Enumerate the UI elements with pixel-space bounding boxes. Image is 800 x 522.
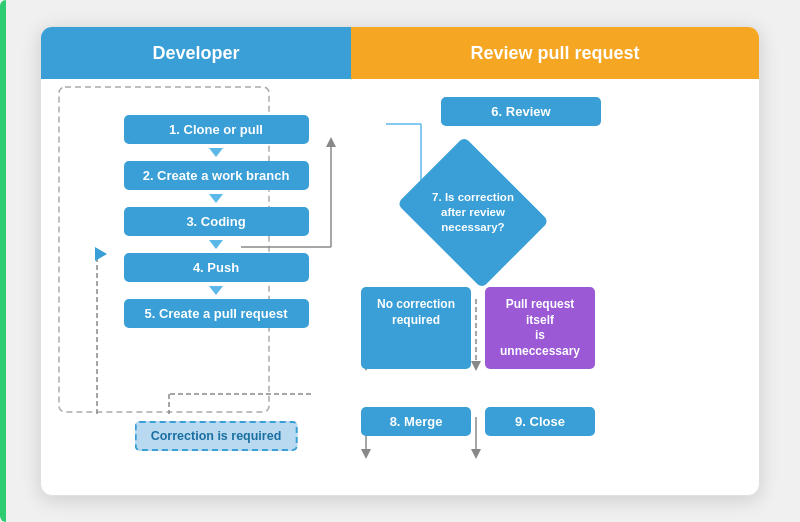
step-2-box: 2. Create a work branch [124,161,309,190]
developer-header: Developer [41,27,351,79]
arrow-2-3 [209,194,223,203]
step-1-label: 1. Clone or pull [169,122,263,137]
arrow-1-2 [209,148,223,157]
correction-box: Correction is required [135,421,298,451]
step-1-box: 1. Clone or pull [124,115,309,144]
outcome-boxes: No correction required Pull request itse… [361,287,595,369]
step-6-box: 6. Review [441,97,601,126]
close-box: 9. Close [485,407,595,436]
header-row: Developer Review pull request [41,27,759,79]
review-label: Review pull request [470,43,639,64]
step-5-label: 5. Create a pull request [144,306,287,321]
step-2-label: 2. Create a work branch [143,168,290,183]
pull-request-label: Pull request itself is unneccessary [500,297,580,358]
pull-request-box: Pull request itself is unneccessary [485,287,595,369]
arrow-3-4 [209,240,223,249]
step-4-box: 4. Push [124,253,309,282]
correction-label: Correction is required [151,429,282,443]
step-7-diamond-container: 7. Is correction after review necessary? [403,157,543,267]
merge-label: 8. Merge [390,414,443,429]
step-3-label: 3. Coding [186,214,245,229]
no-correction-box: No correction required [361,287,471,369]
step-3-box: 3. Coding [124,207,309,236]
step-5-box: 5. Create a pull request [124,299,309,328]
main-card: Developer Review pull request [40,26,760,496]
developer-label: Developer [152,43,239,64]
arrow-4-5 [209,286,223,295]
step-6-container: 6. Review [441,97,601,126]
review-header: Review pull request [351,27,759,79]
review-column: 6. Review 7. Is correction after review … [361,97,739,479]
step-6-label: 6. Review [491,104,550,119]
step-4-label: 4. Push [193,260,239,275]
no-correction-label: No correction required [377,297,455,327]
final-boxes: 8. Merge 9. Close [361,407,595,436]
step-7-diamond [397,136,549,288]
merge-box: 8. Merge [361,407,471,436]
close-label: 9. Close [515,414,565,429]
dev-column: 1. Clone or pull 2. Create a work branch… [71,97,361,479]
content-area: 1. Clone or pull 2. Create a work branch… [41,79,759,496]
